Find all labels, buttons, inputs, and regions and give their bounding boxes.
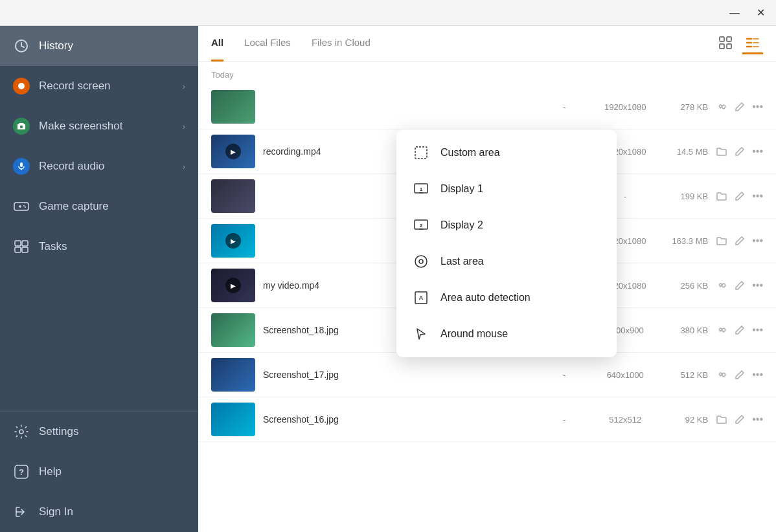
file-actions: •••: [716, 324, 763, 336]
main-content: All Local Files Files in Cloud: [198, 26, 776, 532]
sidebar-item-help[interactable]: ? Help: [0, 452, 198, 492]
svg-rect-3: [20, 162, 23, 167]
edit-icon[interactable]: [734, 369, 746, 381]
more-icon[interactable]: •••: [752, 414, 763, 425]
sidebar-label-game-capture: Game capture: [39, 200, 109, 213]
more-icon[interactable]: •••: [752, 280, 763, 291]
tab-files-in-cloud[interactable]: Files in Cloud: [312, 26, 371, 61]
sidebar-label-record-audio: Record audio: [39, 160, 104, 173]
svg-rect-12: [15, 247, 21, 252]
help-icon: ?: [13, 463, 30, 480]
minimize-button[interactable]: —: [727, 5, 742, 21]
file-name: Screenshot_16.jpg: [263, 414, 537, 425]
edit-icon[interactable]: [734, 190, 746, 202]
svg-text:A: A: [419, 294, 424, 301]
copy-link-icon[interactable]: [716, 369, 727, 381]
file-meta: - 640x1000 512 KB: [545, 370, 708, 380]
sidebar-item-game-capture[interactable]: Game capture: [0, 186, 198, 227]
sidebar-item-settings[interactable]: Settings: [0, 412, 198, 452]
copy-link-icon[interactable]: [716, 324, 727, 336]
sidebar-item-record-audio[interactable]: Record audio ›: [0, 146, 198, 186]
copy-link-icon[interactable]: [716, 280, 727, 291]
edit-icon[interactable]: [734, 280, 746, 291]
display1-icon: 1: [412, 180, 430, 198]
svg-point-8: [23, 205, 25, 206]
more-icon[interactable]: •••: [752, 146, 763, 157]
dropdown-item-last-area[interactable]: Last area: [396, 243, 617, 280]
svg-rect-17: [720, 37, 724, 41]
svg-rect-19: [720, 44, 724, 49]
svg-rect-18: [727, 37, 731, 41]
file-thumbnail: ▶: [211, 224, 255, 258]
sidebar-label-make-screenshot: Make screenshot: [39, 120, 122, 133]
dropdown-item-custom-area[interactable]: Custom area: [396, 135, 617, 171]
file-thumbnail: [211, 313, 255, 347]
dropdown-label-display1: Display 1: [440, 183, 483, 195]
copy-link-icon[interactable]: [716, 101, 727, 113]
close-button[interactable]: ✕: [753, 5, 768, 21]
sidebar-label-history: History: [39, 39, 73, 52]
last-area-icon: [412, 252, 430, 271]
svg-text:?: ?: [19, 467, 24, 477]
file-actions: •••: [716, 235, 763, 247]
chevron-icon-audio: ›: [183, 162, 185, 172]
edit-icon[interactable]: [734, 235, 746, 247]
sidebar-item-tasks[interactable]: Tasks: [0, 227, 198, 267]
svg-text:2: 2: [420, 223, 423, 228]
dropdown-item-display1[interactable]: 1 Display 1: [396, 171, 617, 207]
edit-icon[interactable]: [734, 146, 746, 157]
svg-point-34: [415, 256, 427, 267]
settings-icon: [13, 423, 30, 440]
file-actions: •••: [716, 101, 763, 113]
more-icon[interactable]: •••: [752, 369, 763, 381]
svg-point-1: [18, 83, 25, 89]
dropdown-label-last-area: Last area: [440, 256, 484, 267]
file-actions: •••: [716, 146, 763, 157]
file-thumbnail: [211, 90, 255, 124]
sidebar: History Record screen ›: [0, 26, 198, 532]
sidebar-item-record-screen[interactable]: Record screen ›: [0, 66, 198, 106]
folder-icon[interactable]: [716, 235, 727, 247]
sidebar-item-history[interactable]: History: [0, 26, 198, 66]
dropdown-label-area-auto: Area auto detection: [440, 292, 531, 304]
file-row: Screenshot_17.jpg - 640x1000 512 KB •••: [198, 353, 776, 397]
file-size: 278 KB: [667, 102, 708, 112]
svg-rect-11: [22, 241, 28, 246]
area-auto-icon: A: [412, 289, 430, 307]
tab-local-files[interactable]: Local Files: [244, 26, 291, 61]
tab-all[interactable]: All: [211, 26, 223, 61]
more-icon[interactable]: •••: [752, 190, 763, 202]
sidebar-item-signin[interactable]: Sign In: [0, 492, 198, 532]
title-bar: — ✕: [0, 0, 776, 26]
edit-icon[interactable]: [734, 414, 746, 425]
more-icon[interactable]: •••: [752, 235, 763, 247]
edit-icon[interactable]: [734, 101, 746, 113]
grid-view-button[interactable]: [715, 34, 736, 54]
file-thumbnail: [211, 403, 255, 436]
file-meta: - 1920x1080 278 KB: [545, 102, 708, 112]
dropdown-item-display2[interactable]: 2 Display 2: [396, 207, 617, 243]
file-duration: -: [545, 415, 584, 425]
file-actions: •••: [716, 190, 763, 202]
tabs-bar: All Local Files Files in Cloud: [198, 26, 776, 62]
display2-icon: 2: [412, 216, 430, 234]
file-resolution: 512x512: [599, 415, 651, 425]
list-view-button[interactable]: [742, 34, 763, 54]
edit-icon[interactable]: [734, 324, 746, 336]
file-size: 199 KB: [667, 192, 708, 201]
dropdown-item-area-auto[interactable]: A Area auto detection: [396, 280, 617, 316]
play-icon: ▶: [225, 278, 241, 293]
more-icon[interactable]: •••: [752, 324, 763, 336]
folder-icon[interactable]: [716, 414, 727, 425]
more-icon[interactable]: •••: [752, 101, 763, 113]
file-resolution: 1920x1080: [599, 102, 651, 112]
sidebar-item-make-screenshot[interactable]: Make screenshot ›: [0, 106, 198, 146]
game-capture-icon: [13, 198, 30, 215]
sidebar-label-signin: Sign In: [39, 505, 73, 518]
play-icon: ▶: [225, 144, 241, 159]
dropdown-item-around-mouse[interactable]: Around mouse: [396, 316, 617, 352]
section-today: Today: [198, 62, 776, 85]
file-size: 92 KB: [667, 415, 708, 425]
folder-icon[interactable]: [716, 190, 727, 202]
folder-icon[interactable]: [716, 146, 727, 157]
